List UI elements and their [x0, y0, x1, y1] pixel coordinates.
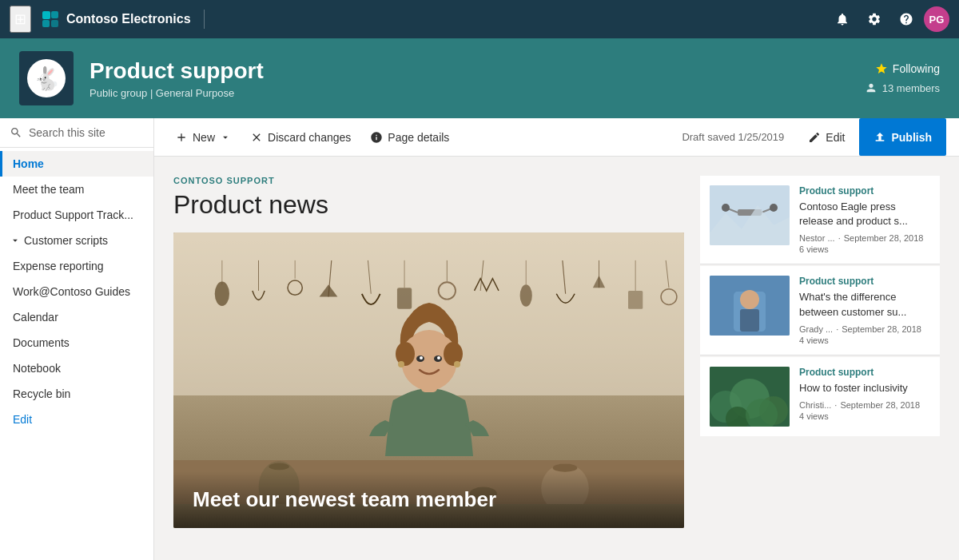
members-count: 13 members [882, 82, 940, 94]
svg-rect-2 [42, 20, 50, 27]
edit-button[interactable]: Edit [797, 126, 856, 149]
news-views-3: 4 views [799, 411, 930, 421]
notifications-button[interactable] [828, 5, 857, 34]
sidebar-item-recycle-bin[interactable]: Recycle bin [0, 381, 153, 407]
news-thumbnail-3 [710, 367, 790, 427]
user-avatar[interactable]: PG [924, 6, 949, 32]
site-subtitle: Public group | General Purpose [90, 87, 865, 99]
star-icon [875, 62, 888, 75]
svg-rect-21 [628, 291, 643, 309]
new-button[interactable]: New [167, 126, 239, 149]
news-sidebar: Product support Contoso Eagle press rele… [700, 176, 940, 528]
svg-point-32 [398, 361, 404, 367]
hero-image: Meet our newest team member [173, 232, 684, 528]
waffle-menu-button[interactable]: ⊞ [10, 6, 31, 33]
page-details-label: Page details [388, 131, 449, 144]
discard-button-label: Discard changes [268, 131, 351, 144]
sidebar-item-expense-reporting[interactable]: Expense reporting [0, 253, 153, 279]
search-placeholder: Search this site [29, 126, 105, 139]
svg-point-30 [420, 356, 423, 359]
sidebar-item-documents-label: Documents [13, 336, 70, 349]
app-logo: Contoso Electronics [41, 10, 191, 29]
news-info-3: Product support How to foster inclusivit… [799, 367, 930, 427]
sidebar: Search this site Home Meet the team Prod… [0, 118, 154, 560]
site-logo-icon: 🐇 [33, 66, 61, 92]
edit-icon [808, 131, 821, 144]
site-info: Product support Public group | General P… [90, 58, 865, 100]
settings-icon [867, 12, 881, 26]
site-title: Product support [90, 58, 865, 85]
bell-icon [835, 12, 850, 26]
news-date-1: September 28, 2018 [844, 233, 924, 243]
news-thumbnail-1 [710, 185, 790, 245]
sidebar-edit-link[interactable]: Edit [0, 407, 153, 432]
sidebar-item-work-contoso[interactable]: Work@Contoso Guides [0, 279, 153, 304]
app-name: Contoso Electronics [66, 12, 191, 26]
sidebar-edit-label: Edit [13, 413, 32, 426]
svg-rect-3 [51, 20, 58, 27]
sidebar-item-home[interactable]: Home [0, 151, 153, 177]
svg-point-35 [269, 463, 289, 471]
top-nav: ⊞ Contoso Electronics PG [0, 0, 959, 38]
news-author-1: Nestor ... [799, 233, 835, 243]
sidebar-item-work-label: Work@Contoso Guides [13, 285, 130, 298]
sidebar-nav: Home Meet the team Product Support Track… [0, 148, 153, 435]
news-category-1: Product support [799, 185, 930, 197]
sidebar-item-meet-the-team[interactable]: Meet the team [0, 177, 153, 202]
news-category-3: Product support [799, 367, 930, 378]
following-label: Following [893, 62, 940, 75]
edit-label: Edit [826, 131, 845, 144]
news-thumbnail-2 [710, 276, 790, 336]
news-title-2: What's the difference between customer s… [799, 290, 930, 319]
svg-point-26 [396, 342, 415, 366]
news-info-1: Product support Contoso Eagle press rele… [799, 185, 930, 254]
members-info: 13 members [865, 81, 940, 94]
svg-point-31 [437, 356, 440, 359]
news-date-3: September 28, 2018 [840, 400, 920, 410]
hero-caption: Meet our newest team member [193, 487, 665, 512]
news-card-2: Product support What's the difference be… [700, 266, 940, 355]
chevron-down-icon [10, 235, 21, 246]
discard-button[interactable]: Discard changes [242, 126, 359, 149]
site-header: 🐇 Product support Public group | General… [0, 38, 959, 118]
svg-point-48 [740, 290, 759, 309]
publish-button[interactable]: Publish [859, 118, 946, 156]
sidebar-item-product-support-track[interactable]: Product Support Track... [0, 202, 153, 228]
sidebar-item-calendar-label: Calendar [13, 311, 58, 324]
search-bar[interactable]: Search this site [0, 118, 153, 148]
page-details-button[interactable]: Page details [362, 126, 457, 149]
svg-rect-49 [740, 309, 759, 332]
sidebar-item-documents[interactable]: Documents [0, 330, 153, 355]
svg-line-15 [480, 260, 483, 291]
contoso-logo-icon [41, 10, 60, 29]
sidebar-item-calendar[interactable]: Calendar [0, 304, 153, 330]
svg-line-18 [563, 260, 566, 294]
top-nav-icons: PG [828, 5, 949, 34]
svg-point-33 [454, 361, 460, 367]
help-button[interactable] [892, 5, 921, 34]
settings-button[interactable] [860, 5, 889, 34]
section-label: CONTOSO SUPPORT [173, 176, 684, 185]
svg-point-5 [215, 282, 229, 306]
site-logo: 🐇 [19, 51, 74, 105]
news-meta-2: Grady ... · September 28, 2018 [799, 324, 930, 334]
sidebar-item-notebook[interactable]: Notebook [0, 355, 153, 381]
news-meta-1: Nestor ... · September 28, 2018 [799, 233, 930, 243]
page-title: Product news [173, 190, 684, 220]
site-header-actions: Following 13 members [865, 62, 940, 94]
sidebar-item-recycle-label: Recycle bin [13, 387, 70, 400]
publish-icon [873, 131, 886, 144]
help-icon [899, 12, 913, 26]
following-button[interactable]: Following [875, 62, 940, 75]
sidebar-item-expense-label: Expense reporting [13, 260, 104, 272]
svg-point-45 [770, 204, 778, 212]
search-icon [10, 126, 22, 139]
thumb-svg-1 [710, 185, 790, 245]
sidebar-item-customer-scripts[interactable]: Customer scripts [0, 228, 153, 253]
main-content: CONTOSO SUPPORT Product news [173, 176, 684, 528]
news-title-3: How to foster inclusivity [799, 381, 930, 395]
person-icon [865, 81, 877, 94]
svg-point-44 [722, 204, 730, 212]
new-button-label: New [193, 131, 215, 144]
sidebar-item-meet-label: Meet the team [13, 183, 85, 196]
